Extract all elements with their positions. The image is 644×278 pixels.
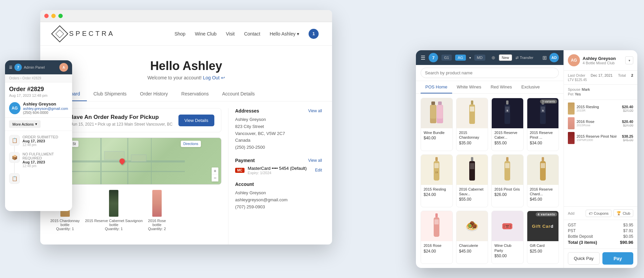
- pos-tag-g1[interactable]: G1: [441, 55, 452, 61]
- mastercard-icon: MC: [235, 168, 245, 173]
- pos-tab-red[interactable]: Red Wines: [486, 81, 517, 93]
- dashboard-content: You Have An Order Ready For Pickup Place…: [40, 101, 332, 245]
- mobile-user-avatar: A: [59, 63, 68, 72]
- pos-product-10[interactable]: 🎟️ Wine Club Party $50.00: [491, 211, 524, 264]
- addresses-section: Addresses View all Ashley Greyson 823 Ci…: [235, 108, 322, 151]
- addresses-view-all[interactable]: View all: [308, 109, 322, 113]
- browser-titlebar: [40, 10, 332, 22]
- tab-reservations[interactable]: Reservations: [175, 87, 216, 101]
- payment-row: MC MasterCard •••• 5454 (Default) Expiry…: [235, 166, 322, 175]
- pos-last-order: Last Order Dec 17, 2021 Total 2 LTV $125…: [564, 71, 637, 85]
- pos-tab-white[interactable]: White Wines: [452, 81, 486, 93]
- pos-tab-exclusive[interactable]: Exclusive: [517, 81, 544, 93]
- quick-pay-button[interactable]: Quick Pay: [568, 252, 600, 265]
- pos-new-button[interactable]: New: [499, 54, 512, 61]
- pos-product-1[interactable]: 2015 Chardonnay $35.00: [456, 98, 488, 151]
- payment-section: Payment View all MC MasterCard •••• 5454…: [235, 158, 322, 175]
- tab-order-history[interactable]: Order History: [133, 87, 174, 101]
- pos-grid-icon[interactable]: ⊞: [542, 55, 547, 61]
- product-img-2: 5: [492, 98, 523, 128]
- svg-text:19: 19: [435, 171, 438, 173]
- pos-topbar-right: ⊞ AD: [542, 53, 559, 62]
- pos-tabs: POS Home White Wines Red Wines Exclusive: [416, 81, 564, 94]
- pos-customer-expand[interactable]: ▾: [625, 56, 633, 64]
- pos-customer-club: 4 Bottle Mixed Club: [583, 61, 616, 65]
- svg-rect-26: [434, 163, 439, 168]
- logo-icon: [51, 25, 68, 42]
- pickup-banner: You Have An Order Ready For Pickup Place…: [50, 108, 221, 132]
- payment-edit[interactable]: Edit: [315, 168, 322, 172]
- nav-contact[interactable]: Contact: [244, 31, 260, 37]
- item-thumb-2: [568, 132, 575, 144]
- pos-product-7[interactable]: 2016 Reserve Chard... $45.00: [527, 154, 559, 208]
- pos-coupon-button[interactable]: 🏷 Coupons: [586, 210, 611, 217]
- svg-rect-37: [435, 213, 438, 217]
- nav-cart[interactable]: 1: [309, 29, 319, 39]
- svg-rect-39: [434, 219, 439, 224]
- mobile-customer-name: Ashley Greyson: [23, 101, 68, 107]
- address-block: Ashley Greyson 823 City Street Vancouver…: [235, 116, 322, 151]
- pos-menu-icon[interactable]: ☰: [421, 55, 425, 61]
- timeline-item-2: 📋: [9, 173, 68, 184]
- nav-wine-club[interactable]: Wine Club: [195, 31, 217, 37]
- pos-customer-avatar: AG: [568, 54, 580, 66]
- traffic-light-green[interactable]: [58, 14, 63, 18]
- product-img-9: 🧆: [457, 211, 488, 241]
- pos-product-5[interactable]: 2016 Cabernet Sauv... $55.00: [456, 154, 488, 208]
- traffic-light-yellow[interactable]: [51, 14, 56, 18]
- pos-product-8[interactable]: 2016 Rose $24.00: [421, 211, 453, 264]
- svg-rect-12: [437, 105, 443, 119]
- pos-product-4[interactable]: 19 2015 Riesling $24.00: [421, 154, 453, 208]
- timeline-icon-end: 📋: [9, 173, 20, 184]
- pos-product-9[interactable]: 🧆 Charcuterie $45.00: [456, 211, 488, 264]
- pos-search-input[interactable]: [421, 68, 559, 78]
- svg-rect-34: [542, 157, 544, 161]
- timeline-item-0: 📋 ORDER SUBMITTED Aug 17, 2023 12:48 pm: [9, 135, 68, 152]
- view-details-button[interactable]: View Details: [178, 115, 214, 126]
- pos-club-button[interactable]: 🏆 Club: [613, 209, 633, 217]
- svg-rect-13: [471, 100, 473, 105]
- pay-button[interactable]: Pay: [602, 252, 634, 265]
- mobile-customer-email[interactable]: ashley.greyson@gmail.com: [23, 107, 68, 111]
- pos-tag-md[interactable]: MD: [474, 55, 485, 61]
- pos-product-3[interactable]: 5 3 variants 2015 Reserve Pinot ... $34.…: [527, 98, 559, 151]
- pos-transfer-button[interactable]: ⇄ Transfer: [516, 56, 534, 60]
- product-img-6: [492, 155, 523, 185]
- map-zoom[interactable]: +−: [212, 167, 218, 182]
- dashboard-sidebar: Addresses View all Ashley Greyson 823 Ci…: [228, 108, 322, 245]
- more-actions-button[interactable]: More Actions ▾: [9, 120, 41, 128]
- product-img-8: [421, 211, 452, 241]
- pos-item-2: 2015 Reserve Pinot Noir 15PNR1000 $38.25…: [568, 132, 633, 144]
- pos-item-1: 2016 Rose 2015Rose $20.40 $24.00: [568, 117, 633, 129]
- mobile-menu-icon[interactable]: ☰: [9, 65, 12, 70]
- svg-rect-30: [470, 163, 474, 169]
- pos-add-label: Add: [568, 211, 575, 215]
- pos-tab-home[interactable]: POS Home: [421, 81, 452, 93]
- traffic-light-red[interactable]: [44, 14, 49, 18]
- pos-product-2[interactable]: 5 2015 Reserve Caber... $55.00: [491, 98, 524, 151]
- mobile-order-header: Order #2829 Aug 17, 2023 12:48 pm: [5, 82, 72, 99]
- browser-window: SPECTRA Shop Wine Club Visit Contact Hel…: [40, 10, 332, 245]
- pos-product-11[interactable]: Gift Card 4 variants Gift Card $25.00: [527, 211, 559, 264]
- map-area: 1234 Main St Directions +−: [50, 138, 221, 185]
- logo-text: SPECTRA: [69, 30, 115, 38]
- pos-product-6[interactable]: 2016 Pinot Gris $26.00: [491, 154, 524, 208]
- pos-product-0[interactable]: Wine Bundle $40.00: [421, 98, 453, 151]
- payment-view-all[interactable]: View all: [308, 158, 322, 163]
- product-img-5: [457, 155, 488, 185]
- account-info: Ashley Greyson ashleygreyson@gmail.com (…: [235, 190, 322, 210]
- hero-subtitle: Welcome to your account! Log Out ↩: [40, 75, 332, 80]
- logout-link[interactable]: Log Out ↩: [203, 75, 225, 80]
- nav-visit[interactable]: Visit: [226, 31, 235, 37]
- svg-rect-16: [506, 100, 508, 105]
- nav-hello[interactable]: Hello Ashley ▾: [270, 31, 299, 37]
- mobile-order-number: Order #2829: [9, 86, 68, 93]
- nav-shop[interactable]: Shop: [174, 31, 185, 37]
- map-directions-btn[interactable]: Directions: [181, 141, 201, 147]
- svg-rect-15: [470, 107, 474, 112]
- tab-club-shipments[interactable]: Club Shipments: [87, 87, 133, 101]
- tab-account-details[interactable]: Account Details: [215, 87, 261, 101]
- pos-tag-ag[interactable]: AG: [455, 55, 466, 61]
- bottle-image-2: [152, 190, 162, 217]
- mobile-badge: 7: [14, 64, 22, 71]
